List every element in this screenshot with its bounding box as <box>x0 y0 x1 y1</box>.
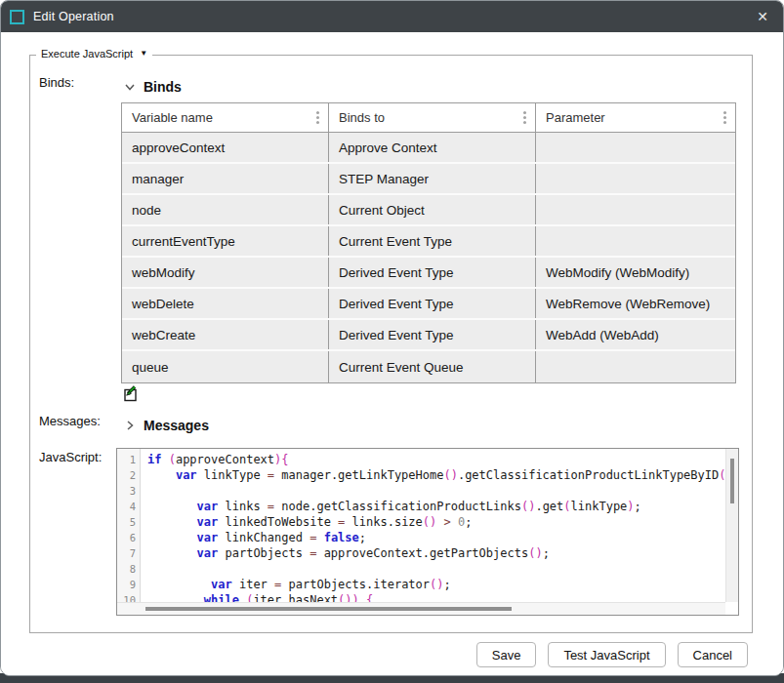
code-line: if (approveContext){ <box>147 452 725 467</box>
column-header-variable-name[interactable]: Variable name <box>122 103 329 132</box>
binds-section-title: Binds <box>144 79 182 95</box>
code-line <box>147 483 725 499</box>
code-line <box>147 561 725 577</box>
line-number: 4 <box>117 499 140 514</box>
column-label: Variable name <box>132 110 213 125</box>
bind-row: nodeCurrent Object <box>122 195 735 226</box>
dialog-body: Execute JavaScript ▼ Binds: Binds Variab… <box>1 32 783 675</box>
chevron-right-icon <box>125 421 135 430</box>
line-number: 1 <box>117 452 140 467</box>
parameter-cell[interactable]: WebModify (WebModify) <box>536 258 735 287</box>
parameter-cell[interactable] <box>536 133 735 162</box>
binds-label: Binds: <box>39 75 74 90</box>
save-button[interactable]: Save <box>476 642 537 667</box>
line-number: 6 <box>117 530 140 545</box>
bind-row: webModifyDerived Event TypeWebModify (We… <box>122 258 735 289</box>
column-menu-icon[interactable] <box>521 109 528 126</box>
edit-operation-dialog: Edit Operation ✕ Execute JavaScript ▼ Bi… <box>0 0 784 676</box>
code-line: var linkedToWebsite = links.size() > 0; <box>147 514 725 530</box>
binds-to-cell[interactable]: Approve Context <box>329 133 536 162</box>
bind-row: queueCurrent Event Queue <box>122 351 735 382</box>
code-line: while (iter.hasNext()) { <box>147 592 725 602</box>
binds-to-cell[interactable]: Current Event Type <box>329 226 536 256</box>
bind-row: approveContextApprove Context <box>122 133 735 164</box>
variable-cell[interactable]: currentEventType <box>122 226 329 256</box>
binds-to-cell[interactable]: Derived Event Type <box>329 289 536 318</box>
variable-cell[interactable]: manager <box>122 164 329 193</box>
horizontal-scrollbar-thumb[interactable] <box>145 607 512 611</box>
messages-label: Messages: <box>39 414 101 428</box>
line-number: 2 <box>117 467 140 483</box>
code-line: var iter = partObjects.iterator(); <box>147 577 725 592</box>
binds-table-body: approveContextApprove ContextmanagerSTEP… <box>122 133 735 382</box>
bind-row: webDeleteDerived Event TypeWebRemove (We… <box>122 289 735 320</box>
cancel-button[interactable]: Cancel <box>678 642 748 667</box>
window-title: Edit Operation <box>33 10 114 23</box>
parameter-cell[interactable] <box>536 164 735 193</box>
code-line: var links = node.getClassificationProduc… <box>147 499 725 514</box>
variable-cell[interactable]: webDelete <box>122 289 329 318</box>
line-number-gutter: 12345678910 <box>117 449 141 615</box>
titlebar: Edit Operation ✕ <box>1 1 783 32</box>
close-icon[interactable]: ✕ <box>742 1 783 32</box>
variable-cell[interactable]: webModify <box>122 258 329 287</box>
line-number: 9 <box>117 577 140 592</box>
bind-row: managerSTEP Manager <box>122 164 735 195</box>
binds-to-cell[interactable]: Current Object <box>329 195 536 224</box>
column-label: Parameter <box>546 110 605 125</box>
binds-section-header[interactable]: Binds <box>125 79 182 95</box>
variable-cell[interactable]: queue <box>122 351 329 382</box>
javascript-label: JavaScript: <box>39 450 102 464</box>
code-line: var linkType = manager.getLinkTypeHome()… <box>147 467 725 483</box>
column-label: Binds to <box>339 110 385 125</box>
line-number: 8 <box>117 561 140 577</box>
line-number: 3 <box>117 483 140 499</box>
binds-table: Variable nameBinds toParameter approveCo… <box>121 102 736 383</box>
bind-row: webCreateDerived Event TypeWebAdd (WebAd… <box>122 320 735 351</box>
vertical-scrollbar[interactable] <box>725 449 738 602</box>
parameter-cell[interactable] <box>536 226 735 256</box>
binds-to-cell[interactable]: Derived Event Type <box>329 320 536 349</box>
javascript-code-editor[interactable]: 12345678910 if (approveContext){ var lin… <box>116 448 739 616</box>
column-header-parameter[interactable]: Parameter <box>536 103 735 132</box>
operation-type-dropdown[interactable]: Execute JavaScript ▼ <box>36 48 152 60</box>
dialog-buttons: Save Test JavaScript Cancel <box>476 642 748 667</box>
variable-cell[interactable]: approveContext <box>122 133 329 162</box>
edit-cell-icon[interactable] <box>121 385 138 402</box>
parameter-cell[interactable] <box>536 195 735 224</box>
binds-to-cell[interactable]: Current Event Queue <box>329 351 536 382</box>
messages-section-title: Messages <box>144 418 209 433</box>
execute-javascript-group: Execute JavaScript ▼ Binds: Binds Variab… <box>29 55 753 633</box>
bind-row: currentEventTypeCurrent Event Type <box>122 226 735 258</box>
vertical-scrollbar-thumb[interactable] <box>730 459 734 503</box>
messages-section-header[interactable]: Messages <box>125 418 209 433</box>
line-number: 5 <box>117 514 140 530</box>
screen: Edit Operation ✕ Execute JavaScript ▼ Bi… <box>0 0 784 683</box>
column-menu-icon[interactable] <box>314 109 321 126</box>
variable-cell[interactable]: node <box>122 195 329 224</box>
column-menu-icon[interactable] <box>722 109 728 126</box>
code-line: var linkChanged = false; <box>147 530 725 545</box>
test-javascript-button[interactable]: Test JavaScript <box>548 642 665 667</box>
variable-cell[interactable]: webCreate <box>122 320 329 349</box>
code-area: if (approveContext){ var linkType = mana… <box>142 449 725 602</box>
chevron-down-icon <box>125 82 135 92</box>
column-header-binds-to[interactable]: Binds to <box>329 103 536 132</box>
binds-table-header: Variable nameBinds toParameter <box>122 103 735 133</box>
binds-to-cell[interactable]: STEP Manager <box>329 164 536 193</box>
caret-down-icon: ▼ <box>140 50 147 58</box>
parameter-cell[interactable]: WebRemove (WebRemove) <box>536 289 735 318</box>
operation-type-label: Execute JavaScript <box>41 48 133 60</box>
line-number: 7 <box>117 545 140 561</box>
code-line: var partObjects = approveContext.getPart… <box>147 545 725 561</box>
app-icon <box>10 10 24 24</box>
horizontal-scrollbar[interactable] <box>117 602 725 615</box>
binds-to-cell[interactable]: Derived Event Type <box>329 258 536 287</box>
parameter-cell[interactable] <box>536 351 735 382</box>
parameter-cell[interactable]: WebAdd (WebAdd) <box>536 320 735 349</box>
